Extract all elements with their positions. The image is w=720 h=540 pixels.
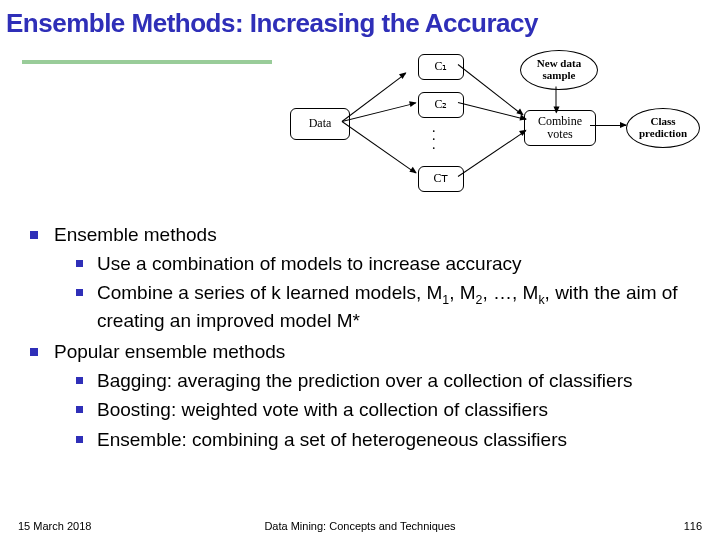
subbullet-combination: Use a combination of models to increase … <box>18 251 702 276</box>
bullet-icon <box>76 260 83 267</box>
bullet-text: Ensemble methods <box>54 222 217 247</box>
body-text: Ensemble methods Use a combination of mo… <box>18 222 702 456</box>
fig-arrow-data-ct <box>342 121 416 173</box>
title-underline <box>22 60 272 64</box>
bullet-text: Combine a series of k learned models, M1… <box>97 280 702 333</box>
fig-arrow-c1-combine <box>458 64 523 115</box>
bullet-text: Boosting: weighted vote with a collectio… <box>97 397 548 422</box>
slide: Ensemble Methods: Increasing the Accurac… <box>0 0 720 540</box>
fig-prediction-oval: Class prediction <box>626 108 700 148</box>
bullet-icon <box>76 289 83 296</box>
fig-arrow-sample-combine <box>556 87 557 113</box>
slide-title: Ensemble Methods: Increasing the Accurac… <box>6 8 714 39</box>
fig-combine-box: Combine votes <box>524 110 596 146</box>
text-fragment: , …, M <box>482 282 538 303</box>
bullet-text: Bagging: averaging the prediction over a… <box>97 368 632 393</box>
subbullet-bagging: Bagging: averaging the prediction over a… <box>18 368 702 393</box>
footer: 15 March 2018 Data Mining: Concepts and … <box>18 520 702 532</box>
bullet-text: Popular ensemble methods <box>54 339 285 364</box>
subbullet-boosting: Boosting: weighted vote with a collectio… <box>18 397 702 422</box>
fig-new-sample-oval: New data sample <box>520 50 598 90</box>
fig-arrow-ct-combine <box>458 130 527 177</box>
fig-data-box: Data <box>290 108 350 140</box>
fig-ct-box: Cᴛ <box>418 166 464 192</box>
bullet-text: Ensemble: combining a set of heterogeneo… <box>97 427 567 452</box>
subbullet-combine-series: Combine a series of k learned models, M1… <box>18 280 702 333</box>
bullet-icon <box>76 406 83 413</box>
bullet-icon <box>76 377 83 384</box>
footer-title: Data Mining: Concepts and Techniques <box>18 520 702 532</box>
text-fragment: , M <box>449 282 475 303</box>
fig-arrow-data-c1 <box>342 73 406 122</box>
bullet-icon <box>76 436 83 443</box>
bullet-text: Use a combination of models to increase … <box>97 251 522 276</box>
text-fragment: Combine a series of k learned models, M <box>97 282 442 303</box>
fig-dots: ... <box>432 124 436 149</box>
ensemble-diagram: Data C₁ C₂ ... Cᴛ New data sample Combin… <box>290 48 700 208</box>
fig-c2-box: C₂ <box>418 92 464 118</box>
bullet-popular-methods: Popular ensemble methods <box>18 339 702 364</box>
bullet-icon <box>30 231 38 239</box>
fig-c1-box: C₁ <box>418 54 464 80</box>
bullet-ensemble-methods: Ensemble methods <box>18 222 702 247</box>
fig-arrow-combine-pred <box>590 125 626 126</box>
bullet-icon <box>30 348 38 356</box>
subbullet-ensemble: Ensemble: combining a set of heterogeneo… <box>18 427 702 452</box>
